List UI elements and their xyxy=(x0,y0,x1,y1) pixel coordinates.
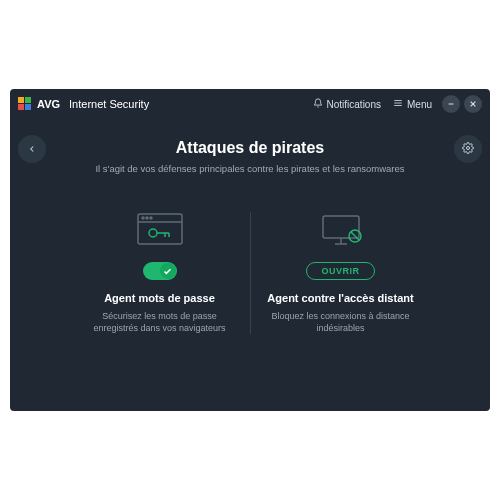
check-icon xyxy=(163,262,172,280)
open-remote-agent-button[interactable]: OUVRIR xyxy=(306,262,374,280)
password-agent-toggle[interactable] xyxy=(143,262,177,280)
card-remote-access-agent: OUVRIR Agent contre l'accès distant Bloq… xyxy=(251,202,431,344)
card-desc: Sécurisez les mots de passe enregistrés … xyxy=(84,310,236,334)
gear-icon xyxy=(462,140,474,158)
page-title: Attaques de pirates xyxy=(176,139,324,157)
card-password-agent: Agent mots de passe Sécurisez les mots d… xyxy=(70,202,250,344)
svg-line-24 xyxy=(351,232,359,240)
page-subtitle: Il s'agit de vos défenses principales co… xyxy=(95,163,404,174)
svg-point-14 xyxy=(146,217,148,219)
menu-label: Menu xyxy=(407,99,432,110)
settings-button[interactable] xyxy=(454,135,482,163)
card-title: Agent contre l'accès distant xyxy=(267,292,413,304)
notifications-button[interactable]: Notifications xyxy=(307,94,387,114)
svg-rect-0 xyxy=(18,97,24,103)
toggle-knob xyxy=(160,263,176,279)
minimize-button[interactable] xyxy=(442,95,460,113)
product-name: Internet Security xyxy=(69,98,149,110)
feature-cards: Agent mots de passe Sécurisez les mots d… xyxy=(10,202,490,344)
card-desc: Bloquez les connexions à distance indési… xyxy=(265,310,417,334)
svg-point-10 xyxy=(467,147,470,150)
notifications-label: Notifications xyxy=(327,99,381,110)
titlebar: AVG Internet Security Notifications Menu xyxy=(10,89,490,119)
avg-logo-icon xyxy=(18,97,32,111)
brand-name: AVG xyxy=(37,98,60,110)
main-content: Attaques de pirates Il s'agit de vos déf… xyxy=(10,119,490,411)
close-button[interactable] xyxy=(464,95,482,113)
app-logo: AVG Internet Security xyxy=(18,97,149,111)
browser-key-icon xyxy=(136,212,184,250)
svg-rect-1 xyxy=(25,97,31,103)
svg-rect-3 xyxy=(25,104,31,110)
card-title: Agent mots de passe xyxy=(104,292,215,304)
bell-icon xyxy=(313,98,323,110)
svg-point-13 xyxy=(142,217,144,219)
menu-button[interactable]: Menu xyxy=(387,94,438,114)
svg-rect-2 xyxy=(18,104,24,110)
remote-monitor-icon xyxy=(317,212,365,250)
svg-point-15 xyxy=(150,217,152,219)
chevron-left-icon xyxy=(27,140,37,158)
hamburger-icon xyxy=(393,98,403,110)
svg-point-16 xyxy=(149,229,157,237)
app-window: AVG Internet Security Notifications Menu xyxy=(10,89,490,411)
back-button[interactable] xyxy=(18,135,46,163)
